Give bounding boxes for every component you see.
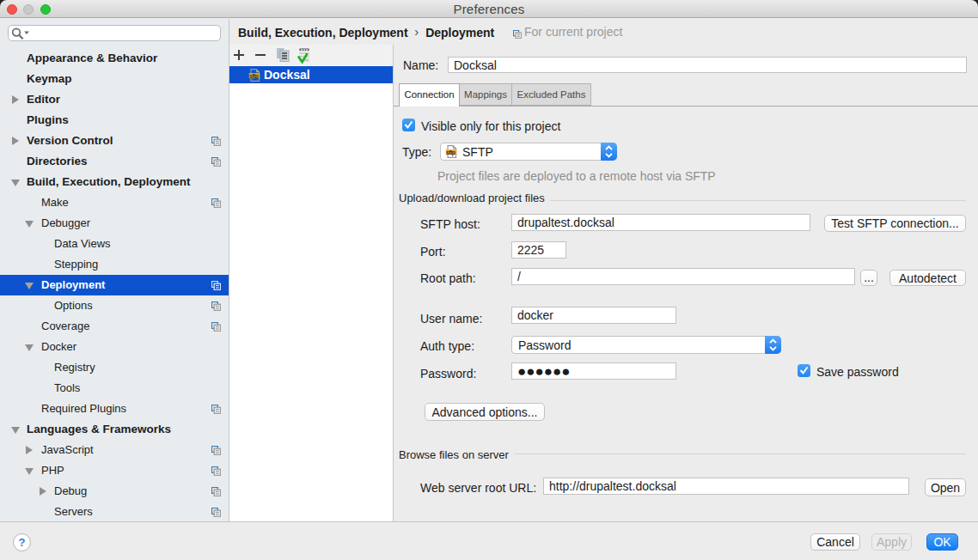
svg-text:sftp: sftp xyxy=(249,73,259,80)
svg-text:sftp: sftp xyxy=(446,149,455,156)
